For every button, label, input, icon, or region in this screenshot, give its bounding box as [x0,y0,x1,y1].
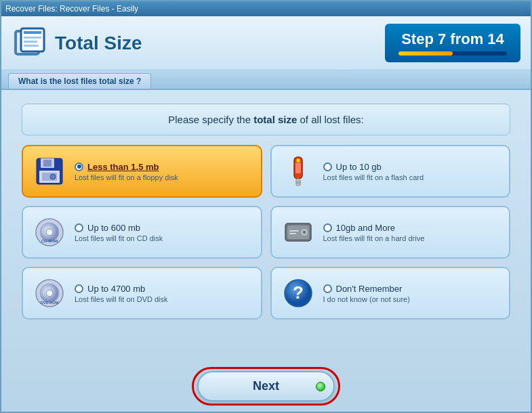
option-cdrom-label: Up to 600 mb [75,223,163,233]
svg-rect-4 [24,41,37,43]
option-unknown-text: Don't Remember I do not know (or not sur… [323,284,410,303]
cd-icon: CD-ROM [33,215,66,249]
usb-icon [281,154,315,188]
radio-floppy[interactable] [75,162,83,171]
option-dvd[interactable]: DVD-ROM Up to 4700 mb [22,267,262,320]
option-unknown-label: Don't Remember [323,284,410,294]
option-flash-text: Up to 10 gb Lost files will fit on a fla… [323,162,424,181]
svg-text:CD-ROM: CD-ROM [41,239,58,243]
radio-unknown[interactable] [323,284,332,293]
svg-point-20 [48,231,51,234]
dvd-icon: DVD-ROM [33,276,66,310]
svg-rect-27 [289,233,296,234]
option-cdrom-desc: Lost files will fit on CD disk [75,234,163,242]
footer: Next [1,364,531,412]
window-title: Recover Files: Recover Files - Easily [5,4,138,14]
svg-point-16 [296,158,300,162]
question-icon: ? [281,276,315,310]
option-flash-label: Up to 10 gb [323,162,424,172]
option-flash[interactable]: Up to 10 gb Lost files will fit on a fla… [270,145,511,198]
header: Total Size Step 7 from 14 [1,16,531,70]
instruction-suffix: of all lost files: [297,114,363,125]
hdd-icon [281,215,315,249]
options-grid: Less than 1,5 mb Lost files will fit on … [22,145,510,320]
svg-rect-13 [295,162,301,173]
tab-bar: What is the lost files total size ? [1,70,531,90]
next-button[interactable]: Next [197,371,335,401]
radio-flash[interactable] [323,162,332,171]
option-floppy-desc: Lost files will fit on a floppy disk [75,173,178,181]
svg-rect-3 [24,37,41,39]
option-floppy-text: Less than 1,5 mb Lost files will fit on … [75,162,178,181]
option-floppy-label: Less than 1,5 mb [75,162,178,172]
svg-point-31 [48,292,51,295]
option-dvd-text: Up to 4700 mb Lost files will fit on DVD… [75,284,168,303]
svg-point-11 [50,174,56,179]
page-title: Total Size [55,32,142,54]
next-button-wrap: Next [197,371,335,401]
svg-rect-5 [24,45,39,47]
svg-text:?: ? [293,282,304,303]
svg-rect-26 [289,230,299,232]
option-dvd-desc: Lost files will fit on DVD disk [75,295,168,303]
step-label: Step 7 from 14 [398,30,507,48]
option-unknown-desc: I do not know (or not sure) [323,295,410,303]
radio-cdrom[interactable] [75,223,83,232]
floppy-icon [33,154,66,188]
option-dvd-label: Up to 4700 mb [75,284,168,294]
svg-rect-2 [24,31,41,34]
option-hdd-text: 10gb and More Lost files will fit on a h… [323,223,425,242]
header-left: Total Size [12,26,142,61]
next-button-dot [316,382,325,391]
option-cdrom-text: Up to 600 mb Lost files will fit on CD d… [75,223,163,242]
option-hdd[interactable]: 10gb and More Lost files will fit on a h… [270,206,511,259]
option-unknown[interactable]: ? Don't Remember I do no [270,267,511,320]
option-hdd-label: 10gb and More [323,223,425,233]
radio-hdd[interactable] [323,223,332,232]
svg-text:DVD-ROM: DVD-ROM [41,301,59,305]
radio-dvd[interactable] [75,284,83,293]
option-hdd-desc: Lost files will fit on a hard drive [323,234,425,242]
tab-lost-files-size[interactable]: What is the lost files total size ? [8,73,151,89]
main-window: Recover Files: Recover Files - Easily To… [0,0,532,413]
title-bar: Recover Files: Recover Files - Easily [1,1,531,16]
svg-rect-8 [43,160,52,167]
instruction-prefix: Please specify the [168,114,253,125]
main-content: Please specify the total size of all los… [1,90,531,364]
option-floppy[interactable]: Less than 1,5 mb Lost files will fit on … [22,145,262,198]
option-flash-desc: Lost files will fit on a flash card [323,173,424,181]
instruction-box: Please specify the total size of all los… [22,104,510,135]
instruction-bold: total size [253,114,297,125]
step-badge: Step 7 from 14 [385,24,520,62]
svg-point-25 [303,231,306,234]
step-progress-bar [398,51,507,56]
option-cdrom[interactable]: CD-ROM Up to 600 mb [22,206,262,259]
svg-rect-15 [295,181,301,183]
app-icon [12,26,47,61]
